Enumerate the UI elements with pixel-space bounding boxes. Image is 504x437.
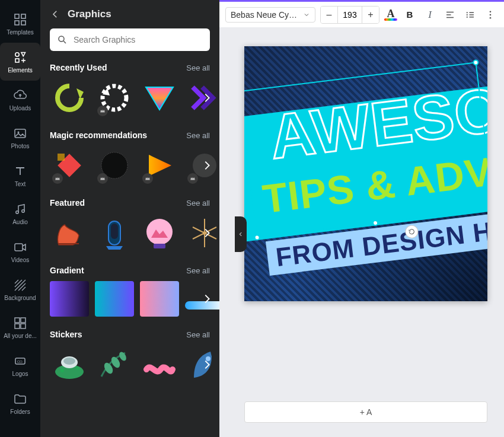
rail-label: Folders	[10, 409, 30, 415]
canvas-area: Bebas Neue Cyril... – + A B I AWESO TIPS…	[219, 0, 504, 437]
rail-all-your-designs[interactable]: All your de...	[0, 308, 40, 346]
rail-label: Elements	[8, 67, 33, 74]
rail-folders[interactable]: Folders	[0, 384, 40, 422]
see-all-link[interactable]: See all	[186, 199, 210, 208]
back-icon[interactable]	[50, 9, 60, 20]
graphic-thumb[interactable]	[95, 146, 134, 185]
more-button[interactable]	[483, 7, 498, 23]
photos-icon	[13, 126, 27, 141]
list-button[interactable]	[462, 7, 478, 23]
next-icon[interactable]	[200, 227, 213, 240]
logos-icon: CO.	[13, 354, 27, 368]
svg-rect-6	[15, 59, 19, 62]
font-select[interactable]: Bebas Neue Cyril...	[225, 7, 315, 23]
graphic-thumb[interactable]	[95, 281, 134, 317]
see-all-link[interactable]: See all	[186, 131, 210, 140]
svg-rect-13	[21, 318, 25, 323]
graphic-thumb[interactable]	[140, 213, 179, 253]
see-all-link[interactable]: See all	[186, 266, 210, 275]
rail-label: Photos	[11, 143, 29, 149]
alignment-button[interactable]	[442, 7, 458, 23]
see-all-link[interactable]: See all	[186, 330, 210, 339]
chevron-left-icon	[238, 231, 244, 237]
search-icon	[57, 34, 68, 45]
svg-point-19	[103, 86, 126, 110]
premium-crown-icon	[97, 106, 108, 116]
templates-icon	[13, 12, 27, 27]
rail-logos[interactable]: CO. Logos	[0, 346, 40, 384]
all-designs-icon	[13, 316, 27, 330]
svg-point-43	[467, 16, 468, 17]
graphic-thumb[interactable]	[50, 281, 89, 317]
svg-rect-14	[15, 324, 20, 328]
graphic-thumb[interactable]	[140, 78, 179, 117]
section-title-recently-used: Recently Used	[50, 63, 107, 72]
text-color-button[interactable]: A	[384, 9, 397, 21]
next-icon[interactable]	[200, 159, 213, 172]
svg-rect-28	[111, 224, 118, 239]
background-icon	[13, 278, 27, 292]
folders-icon	[13, 392, 27, 406]
add-page-button[interactable]: + A	[244, 401, 487, 423]
svg-point-41	[467, 12, 468, 13]
audio-icon	[13, 202, 27, 216]
section-title-featured: Featured	[50, 198, 85, 208]
svg-point-18	[59, 36, 64, 42]
svg-point-10	[22, 209, 24, 212]
collapse-panel-handle[interactable]	[235, 216, 247, 252]
font-size-decrease[interactable]: –	[321, 7, 337, 23]
uploads-icon	[13, 88, 27, 103]
rail-label: Uploads	[9, 105, 31, 111]
rail-videos[interactable]: Videos	[0, 232, 40, 270]
search-field[interactable]	[74, 35, 203, 44]
rail-audio[interactable]: Audio	[0, 194, 40, 232]
svg-point-42	[467, 14, 468, 15]
font-size-input[interactable]	[337, 7, 362, 23]
graphic-thumb[interactable]	[95, 213, 134, 253]
rail-uploads[interactable]: Uploads	[0, 81, 40, 119]
section-title-magic: Magic recommendations	[50, 130, 147, 140]
svg-rect-22	[58, 154, 65, 161]
svg-marker-5	[21, 52, 25, 56]
more-vertical-icon	[485, 9, 496, 20]
chevron-down-icon	[303, 11, 310, 18]
selection-handle[interactable]	[473, 59, 479, 66]
next-icon[interactable]	[200, 292, 213, 305]
graphic-thumb[interactable]	[140, 146, 179, 185]
graphic-thumb[interactable]	[95, 345, 134, 384]
rail-elements[interactable]: Elements	[0, 43, 40, 81]
graphic-thumb[interactable]	[50, 345, 89, 384]
color-swatch	[384, 18, 397, 21]
bold-button[interactable]: B	[402, 7, 417, 23]
section-title-stickers: Stickers	[50, 330, 82, 339]
see-all-link[interactable]: See all	[186, 63, 210, 72]
rail-templates[interactable]: Templates	[0, 5, 40, 43]
svg-rect-0	[15, 14, 19, 18]
graphic-thumb[interactable]	[140, 281, 179, 317]
rail-label: Text	[15, 181, 25, 187]
design-canvas[interactable]: AWESO TIPS & ADV FROM DESIGN H	[244, 46, 487, 301]
graphic-thumb[interactable]	[140, 345, 179, 384]
search-input[interactable]	[50, 28, 210, 51]
svg-point-45	[490, 14, 492, 15]
next-icon[interactable]	[200, 91, 213, 104]
svg-point-34	[63, 358, 75, 365]
rail-label: All your de...	[4, 333, 37, 339]
graphic-thumb[interactable]	[95, 78, 134, 117]
italic-button[interactable]: I	[422, 7, 438, 23]
next-icon[interactable]	[200, 358, 213, 371]
rail-photos[interactable]: Photos	[0, 119, 40, 157]
canvas-scroll[interactable]: AWESO TIPS & ADV FROM DESIGN H + A	[219, 27, 504, 437]
svg-point-35	[76, 366, 79, 370]
top-toolbar: Bebas Neue Cyril... – + A B I	[219, 0, 504, 27]
graphic-thumb[interactable]	[50, 146, 89, 185]
rail-text[interactable]: Text	[0, 157, 40, 194]
graphic-thumb[interactable]	[50, 213, 89, 253]
section-title-gradient: Gradient	[50, 266, 84, 275]
graphic-thumb[interactable]	[50, 78, 89, 117]
graphics-panel: Graphics Recently Used See all Magic rec…	[40, 0, 219, 437]
font-size-increase[interactable]: +	[362, 7, 379, 23]
text-color-letter: A	[387, 9, 395, 18]
rail-background[interactable]: Background	[0, 270, 40, 308]
rail-label: Templates	[7, 29, 34, 36]
